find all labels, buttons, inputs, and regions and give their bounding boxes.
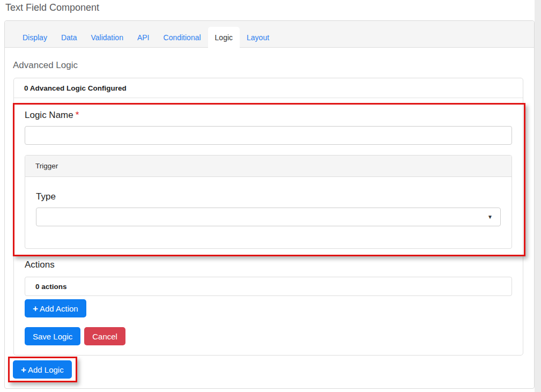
add-logic-label: Add Logic (28, 365, 64, 374)
logic-row-editor: Logic Name* Trigger Type ▼ Actions 0 act… (14, 98, 523, 345)
required-asterisk: * (76, 110, 79, 120)
tab-layout[interactable]: Layout (240, 27, 276, 48)
advanced-logic-heading: Advanced Logic (13, 60, 78, 71)
logic-name-label: Logic Name* (25, 110, 512, 121)
editgrid-header-row: 0 Advanced Logic Configured (14, 78, 523, 98)
tab-bar: Display Data Validation API Conditional … (5, 21, 534, 48)
chevron-down-icon: ▼ (487, 214, 493, 220)
logic-name-label-text: Logic Name (25, 110, 73, 120)
plus-icon: + (21, 365, 26, 374)
tab-display[interactable]: Display (16, 27, 54, 48)
scrollbar-track[interactable] (535, 0, 541, 392)
tab-logic[interactable]: Logic (208, 27, 240, 48)
save-logic-button[interactable]: Save Logic (25, 327, 80, 345)
tab-validation[interactable]: Validation (84, 27, 130, 48)
logic-name-input[interactable] (25, 126, 512, 145)
trigger-panel-header: Trigger (25, 156, 512, 177)
tab-api[interactable]: API (130, 27, 157, 48)
trigger-type-select[interactable]: ▼ (36, 208, 501, 226)
actions-editgrid-header: 0 actions (25, 277, 512, 296)
trigger-panel: Trigger Type ▼ (25, 155, 512, 249)
add-logic-button[interactable]: + Add Logic (13, 360, 72, 379)
tabs-nav: Display Data Validation API Conditional … (16, 27, 276, 48)
tab-data[interactable]: Data (54, 27, 84, 48)
editor-button-row: Save Logic Cancel (25, 327, 512, 345)
tab-conditional[interactable]: Conditional (157, 27, 208, 48)
trigger-panel-body: Type ▼ (25, 177, 512, 226)
add-action-button[interactable]: + Add Action (25, 299, 86, 317)
actions-heading: Actions (25, 260, 512, 270)
advanced-logic-editgrid: 0 Advanced Logic Configured Logic Name* … (13, 78, 523, 356)
plus-icon: + (33, 304, 38, 313)
add-action-label: Add Action (40, 304, 78, 313)
page-title: Text Field Component (5, 2, 99, 13)
cancel-button[interactable]: Cancel (84, 327, 125, 345)
trigger-type-label: Type (36, 191, 501, 202)
annotation-box-add-logic: + Add Logic (8, 357, 77, 382)
